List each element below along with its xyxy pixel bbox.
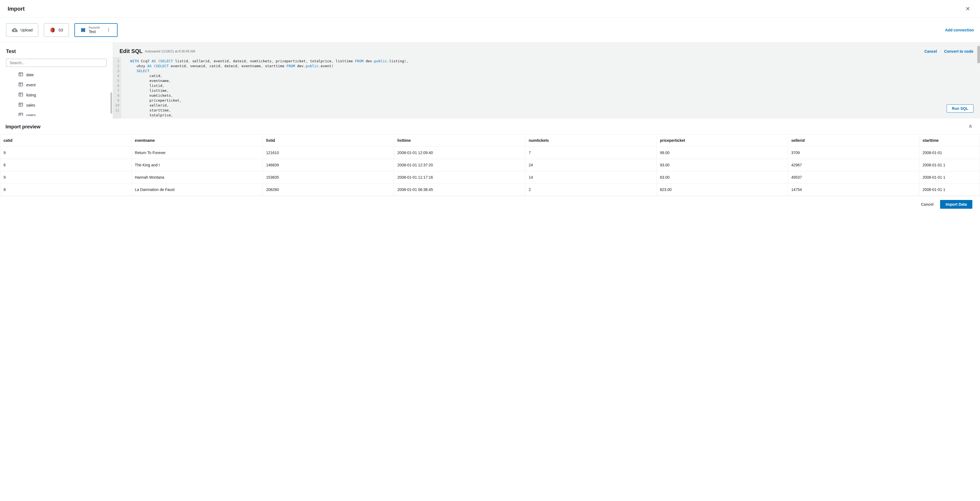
svg-rect-15 <box>19 113 23 116</box>
col-header[interactable]: starttime <box>919 135 980 147</box>
table-row[interactable]: 9Return To Forever1216102008-01-01 12:09… <box>0 147 980 159</box>
run-sql-button[interactable]: Run SQL <box>947 105 974 113</box>
svg-point-1 <box>108 29 109 30</box>
svg-point-2 <box>108 30 109 32</box>
source-upload[interactable]: Upload <box>6 23 38 37</box>
collapse-preview-button[interactable] <box>966 124 975 130</box>
svg-rect-3 <box>19 73 23 76</box>
right-scrollbar[interactable] <box>977 46 980 63</box>
table-icon <box>19 103 23 107</box>
table-item-listing[interactable]: listing <box>6 90 107 100</box>
col-header[interactable]: priceperticket <box>657 135 788 147</box>
sql-editor[interactable]: 1234567891011 WITH Ccq7 AS (SELECT listi… <box>113 57 980 119</box>
modal-title: Import <box>8 6 25 12</box>
table-row[interactable]: 6The King and I1468392008-01-01 12:37:20… <box>0 159 980 171</box>
table-icon <box>19 82 23 87</box>
col-header[interactable]: catid <box>0 135 132 147</box>
table-list[interactable]: date event listing sales users <box>6 70 107 116</box>
source-redshift-label: Redshift <box>89 26 100 30</box>
footer-cancel-button[interactable]: Cancel <box>921 202 934 206</box>
convert-to-node-button[interactable]: Convert to node <box>944 49 974 54</box>
line-gutter: 1234567891011 <box>113 57 121 119</box>
preview-table: catid eventname listid listtime numticke… <box>0 134 980 196</box>
editor-cancel-button[interactable]: Cancel <box>924 49 937 54</box>
redshift-icon <box>80 27 86 33</box>
col-header[interactable]: eventname <box>132 135 263 147</box>
table-item-label: listing <box>26 93 36 97</box>
import-data-button[interactable]: Import Data <box>940 200 972 209</box>
close-button[interactable]: ✕ <box>963 4 972 13</box>
table-icon <box>19 93 23 97</box>
source-redshift-name: Test <box>89 30 100 34</box>
table-row[interactable]: 8La Damnation de Faust2062802008-01-01 0… <box>0 184 980 196</box>
col-header[interactable]: listid <box>263 135 394 147</box>
svg-rect-9 <box>19 93 23 96</box>
table-icon <box>19 113 23 116</box>
chevron-double-up-icon <box>969 125 972 129</box>
table-item-date[interactable]: date <box>6 70 107 80</box>
kebab-icon[interactable] <box>105 27 112 34</box>
source-s3-label: S3 <box>58 28 63 32</box>
col-header[interactable]: sellerid <box>788 135 919 147</box>
source-redshift[interactable]: Redshift Test <box>75 23 118 37</box>
upload-icon <box>12 27 18 33</box>
table-item-label: event <box>26 83 35 87</box>
table-item-label: date <box>26 73 33 77</box>
add-connection-link[interactable]: Add connection <box>945 28 974 32</box>
table-item-sales[interactable]: sales <box>6 100 107 110</box>
table-header-row: catid eventname listid listtime numticke… <box>0 135 980 147</box>
s3-icon <box>49 27 56 33</box>
table-icon <box>19 72 23 77</box>
svg-point-0 <box>108 28 109 29</box>
col-header[interactable]: numtickets <box>525 135 657 147</box>
sql-code[interactable]: WITH Ccq7 AS (SELECT listid, sellerid, e… <box>121 57 975 119</box>
close-icon: ✕ <box>966 6 970 12</box>
schema-title: Test <box>6 49 107 54</box>
table-item-label: users <box>26 113 35 116</box>
svg-rect-12 <box>19 103 23 106</box>
table-item-users[interactable]: users <box>6 110 107 116</box>
table-item-event[interactable]: event <box>6 80 107 90</box>
preview-title: Import preview <box>5 124 40 130</box>
autosave-text: Autosaved 11/18/21 at 8:30:45 AM <box>145 49 195 53</box>
editor-title: Edit SQL <box>119 48 142 54</box>
table-row[interactable]: 9Hannah Montana1538352008-01-01 11:17:16… <box>0 171 980 184</box>
left-scrollbar[interactable] <box>110 92 112 114</box>
search-input[interactable] <box>6 59 107 67</box>
source-s3[interactable]: S3 <box>44 23 68 37</box>
col-header[interactable]: listtime <box>394 135 525 147</box>
table-item-label: sales <box>26 103 35 107</box>
svg-rect-6 <box>19 83 23 86</box>
source-upload-label: Upload <box>21 28 33 32</box>
